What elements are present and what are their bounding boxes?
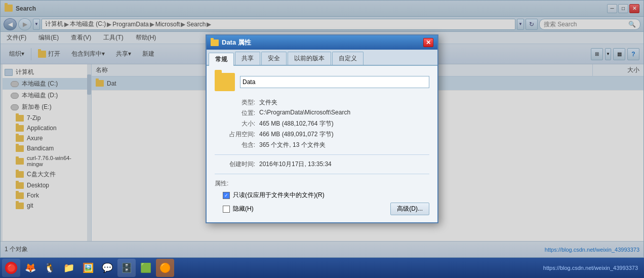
dialog-overlay: Data 属性 ✕ 常规 共享 安全 以前的版本 自定义 xyxy=(0,0,644,258)
disk-size-label: 占用空间: xyxy=(215,130,255,139)
dialog-divider2 xyxy=(215,174,429,174)
disk-size-value: 466 MB (489,091,072 字节) xyxy=(259,130,429,139)
tab-security[interactable]: 安全 xyxy=(261,52,287,65)
hidden-checkbox[interactable] xyxy=(223,206,230,213)
readonly-checkbox[interactable]: ✓ xyxy=(223,192,230,199)
tab-customize[interactable]: 自定义 xyxy=(332,52,364,65)
type-label: 类型: xyxy=(215,98,255,107)
taskbar-btn-5[interactable]: 🖼️ xyxy=(79,259,97,277)
start-button[interactable]: 🔴 xyxy=(2,259,20,277)
dialog-folder-name-row xyxy=(215,73,429,91)
advanced-button[interactable]: 高级(D)... xyxy=(390,203,429,215)
taskbar-btn-7[interactable]: 🗄️ xyxy=(117,259,136,277)
created-row: 创建时间: 2016年10月17日, 13:35:34 xyxy=(215,160,429,169)
location-value: C:\ProgramData\Microsoft\Search xyxy=(259,109,429,117)
taskbar-btn-9[interactable]: 🟠 xyxy=(156,259,174,277)
taskbar: 🔴 🦊 🐧 📁 🖼️ 💬 🗄️ 🟩 🟠 https://blog.csdn.ne… xyxy=(0,258,644,278)
contains-value: 365 个文件, 13 个文件夹 xyxy=(259,141,429,149)
dialog-title-bar: Data 属性 ✕ xyxy=(207,35,437,50)
location-label: 位置: xyxy=(215,109,255,117)
hidden-attr-row: 隐藏(H) 高级(D)... xyxy=(223,203,429,215)
tab-share[interactable]: 共享 xyxy=(235,52,260,65)
dialog-controls: ✕ xyxy=(423,38,433,47)
size-label: 大小: xyxy=(215,120,255,128)
tab-general[interactable]: 常规 xyxy=(209,53,234,66)
attributes-label-row: 属性: xyxy=(215,179,429,188)
dialog-title: Data 属性 xyxy=(222,38,423,47)
hidden-label: 隐藏(H) xyxy=(233,205,387,213)
folder-name-input[interactable] xyxy=(240,76,429,88)
readonly-attr-row: ✓ 只读(仅应用于文件夹中的文件)(R) xyxy=(223,191,429,200)
type-value: 文件夹 xyxy=(259,98,429,107)
created-value: 2016年10月17日, 13:35:34 xyxy=(259,160,429,169)
taskbar-btn-3[interactable]: 🐧 xyxy=(41,259,59,277)
dialog-big-folder-icon xyxy=(215,73,235,91)
size-value: 465 MB (488,102,764 字节) xyxy=(259,120,429,128)
properties-dialog: Data 属性 ✕ 常规 共享 安全 以前的版本 自定义 xyxy=(206,34,438,223)
dialog-props-grid: 类型: 文件夹 位置: C:\ProgramData\Microsoft\Sea… xyxy=(215,98,429,149)
dialog-folder-icon-small xyxy=(211,39,219,46)
taskbar-btn-8[interactable]: 🟩 xyxy=(137,259,155,277)
taskbar-url: https://blog.csdn.net/weixin_43993373 xyxy=(543,265,638,271)
created-label: 创建时间: xyxy=(215,160,255,169)
contains-label: 包含: xyxy=(215,141,255,149)
taskbar-btn-2[interactable]: 🦊 xyxy=(21,259,39,277)
dialog-tabs: 常规 共享 安全 以前的版本 自定义 xyxy=(207,50,437,66)
taskbar-btn-6[interactable]: 💬 xyxy=(98,259,116,277)
dialog-close-button[interactable]: ✕ xyxy=(423,38,433,47)
tab-previous-versions[interactable]: 以前的版本 xyxy=(288,52,331,65)
readonly-label: 只读(仅应用于文件夹中的文件)(R) xyxy=(233,191,325,200)
taskbar-right: https://blog.csdn.net/weixin_43993373 xyxy=(543,265,642,271)
dialog-divider xyxy=(215,154,429,155)
dialog-content: 类型: 文件夹 位置: C:\ProgramData\Microsoft\Sea… xyxy=(207,66,437,222)
taskbar-btn-4[interactable]: 📁 xyxy=(60,259,78,277)
